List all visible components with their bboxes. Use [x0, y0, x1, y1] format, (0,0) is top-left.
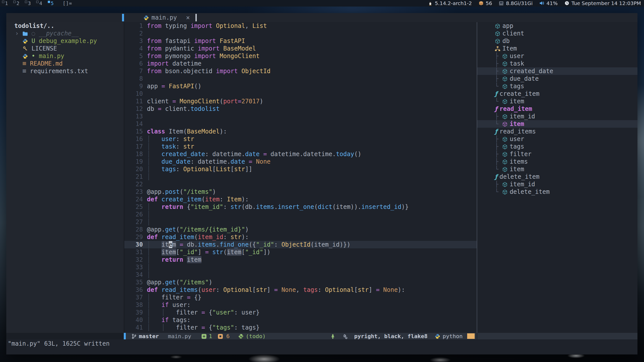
code-line-27[interactable]: 27│ — [124, 218, 477, 226]
code-line-8[interactable]: 8 — [124, 75, 477, 82]
outline-symbol-create_item[interactable]: ƒcreate_item — [477, 90, 637, 98]
file-tree-item-debug-example-py[interactable]: U debug_example.py — [6, 37, 124, 45]
statusline-mode-bar — [124, 333, 126, 339]
variable-icon — [495, 22, 502, 29]
code-line-20[interactable]: 20│ tags: Optional[List[str]] — [124, 165, 477, 173]
code-line-9[interactable]: 9app = FastAPI() — [124, 82, 477, 90]
code-line-10[interactable]: 10 — [124, 90, 477, 98]
code-line-41[interactable]: 41│ │ filter = {"tags": tags} — [124, 324, 477, 331]
code-line-25[interactable]: 25│ return {"item_id": str(db.items.inse… — [124, 203, 477, 211]
outline-symbol-item_id[interactable]: ├ item_id — [477, 180, 637, 188]
outline-symbol-user[interactable]: ├ user — [477, 135, 637, 143]
outline-symbol-read_items[interactable]: ƒread_items — [477, 128, 637, 135]
lsp-server-list: pyright, black, flake8 — [354, 333, 427, 339]
file-tree-item--pycache-[interactable]: › ◌ __pycache__ — [6, 30, 124, 37]
code-line-38[interactable]: 38│ if user: — [124, 301, 477, 309]
code-line-33[interactable]: 33│ — [124, 263, 477, 271]
code-line-11[interactable]: 11client = MongoClient(port=27017) — [124, 98, 477, 105]
outline-symbol-db[interactable]: db — [477, 37, 637, 45]
tab-close-icon[interactable]: × — [186, 14, 190, 21]
file-explorer: todolist/.. › ◌ __pycache__ U debug_exam… — [6, 22, 124, 333]
line-number: 40 — [124, 316, 147, 324]
code-line-34[interactable]: 34│ — [124, 271, 477, 279]
outline-symbol-tags[interactable]: └ tags — [477, 82, 637, 90]
workspace-button-5[interactable]: 5 — [46, 0, 57, 7]
workspace-button-2[interactable]: 2 — [11, 0, 23, 7]
workspace-button-4[interactable]: 4 — [34, 0, 46, 7]
outline-symbol-app[interactable]: app — [477, 22, 637, 30]
outline-symbol-task[interactable]: ├ task — [477, 60, 637, 67]
tab-main-py[interactable]: main.py × — [143, 13, 190, 22]
code-line-40[interactable]: 40│ if tags: — [124, 316, 477, 324]
code-line-4[interactable]: 4from pydantic import BaseModel — [124, 45, 477, 52]
line-number: 11 — [124, 98, 147, 105]
outline-symbol-items[interactable]: ├ items — [477, 158, 637, 165]
outline-symbol-delete_item[interactable]: └ delete_item — [477, 188, 637, 196]
code-line-13[interactable]: 13 — [124, 113, 477, 120]
outline-symbol-delete_item[interactable]: ƒdelete_item — [477, 173, 637, 180]
file-tree-item-readme-md[interactable]: ≡ README.md — [6, 60, 124, 67]
code-line-37[interactable]: 37│ filter = {} — [124, 294, 477, 301]
clock-icon — [564, 0, 570, 6]
outline-symbol-filter[interactable]: ├ filter — [477, 150, 637, 158]
symbol-label: db — [502, 37, 510, 44]
symbol-label: delete_item — [510, 188, 550, 195]
code-line-35[interactable]: 35@app.get("/items") — [124, 279, 477, 286]
line-number: 38 — [124, 301, 147, 309]
code-line-18[interactable]: 18│ created_date: datetime.date = dateti… — [124, 150, 477, 158]
tree-connector: ├ — [495, 75, 502, 82]
line-number: 10 — [124, 90, 147, 98]
symbol-label: read_items — [499, 128, 536, 135]
code-line-21[interactable]: 21│ — [124, 173, 477, 180]
code-line-7[interactable]: 7from bson.objectid import ObjectId — [124, 67, 477, 75]
line-number: 20 — [124, 165, 147, 173]
code-editor[interactable]: 1from typing import Optional, List23from… — [124, 22, 477, 333]
outline-symbol-client[interactable]: client — [477, 30, 637, 37]
outline-symbol-tags[interactable]: ├ tags — [477, 143, 637, 150]
code-line-26[interactable]: 26│ — [124, 211, 477, 218]
code-line-14[interactable]: 14 — [124, 120, 477, 128]
code-line-19[interactable]: 19│ due_date: datetime.date = None — [124, 158, 477, 165]
code-line-2[interactable]: 2 — [124, 30, 477, 37]
outline-symbol-item[interactable]: └ item — [477, 120, 637, 128]
outline-symbol-Item[interactable]: Item — [477, 45, 637, 52]
code-line-3[interactable]: 3from fastapi import FastAPI — [124, 37, 477, 45]
line-number: 18 — [124, 150, 147, 158]
code-line-31[interactable]: 31│ item["_id"] = str(item["_id"]) — [124, 248, 477, 256]
workspace-indicator-square — [36, 1, 38, 3]
code-line-22[interactable]: 22 — [124, 180, 477, 188]
git-added-count: 1 — [209, 333, 212, 339]
code-line-32[interactable]: 32│ return item — [124, 256, 477, 263]
file-tree-root[interactable]: todolist/.. — [6, 22, 124, 30]
workspace-button-3[interactable]: 3 — [23, 0, 34, 7]
code-line-29[interactable]: 29def read_item(item_id: str): — [124, 233, 477, 241]
workspace-button-1[interactable]: 1 — [0, 0, 11, 7]
code-line-5[interactable]: 5from pymongo import MongoClient — [124, 52, 477, 60]
code-line-15[interactable]: 15class Item(BaseModel): — [124, 128, 477, 135]
code-line-17[interactable]: 17│ task: str — [124, 143, 477, 150]
code-line-1[interactable]: 1from typing import Optional, List — [124, 22, 477, 30]
code-line-28[interactable]: 28@app.get("/items/{item_id}") — [124, 226, 477, 233]
code-line-30[interactable]: 30│ item = db.items.find_one({"_id": Obj… — [124, 241, 477, 248]
outline-symbol-created_date[interactable]: ├ created_date — [477, 67, 637, 75]
outline-symbol-item[interactable]: └ item — [477, 165, 637, 173]
code-line-39[interactable]: 39│ │ filter = {"user": user} — [124, 309, 477, 316]
code-line-12[interactable]: 12db = client.todolist — [124, 105, 477, 113]
outline-symbol-item[interactable]: └ item — [477, 98, 637, 105]
line-number: 29 — [124, 233, 147, 241]
outline-symbol-due_date[interactable]: ├ due_date — [477, 75, 637, 82]
outline-symbol-read_item[interactable]: ƒread_item — [477, 105, 637, 113]
file-tree-item-requirements-txt[interactable]: ≡ requirements.txt — [6, 67, 124, 75]
code-line-23[interactable]: 23@app.post("/items") — [124, 188, 477, 196]
outline-symbol-user[interactable]: ├ user — [477, 52, 637, 60]
line-number: 25 — [124, 203, 147, 211]
code-line-36[interactable]: 36def read_items(user: Optional[str] = N… — [124, 286, 477, 294]
line-number: 7 — [124, 67, 147, 75]
file-tree-item-main-py[interactable]: • main.py — [6, 52, 124, 60]
volume-icon — [539, 0, 544, 6]
outline-symbol-item_id[interactable]: ├ item_id — [477, 113, 637, 120]
code-line-24[interactable]: 24def create_item(item: Item): — [124, 196, 477, 203]
file-tree-item-license[interactable]: LICENSE — [6, 45, 124, 52]
code-line-16[interactable]: 16│ user: str — [124, 135, 477, 143]
code-line-6[interactable]: 6import datetime — [124, 60, 477, 67]
